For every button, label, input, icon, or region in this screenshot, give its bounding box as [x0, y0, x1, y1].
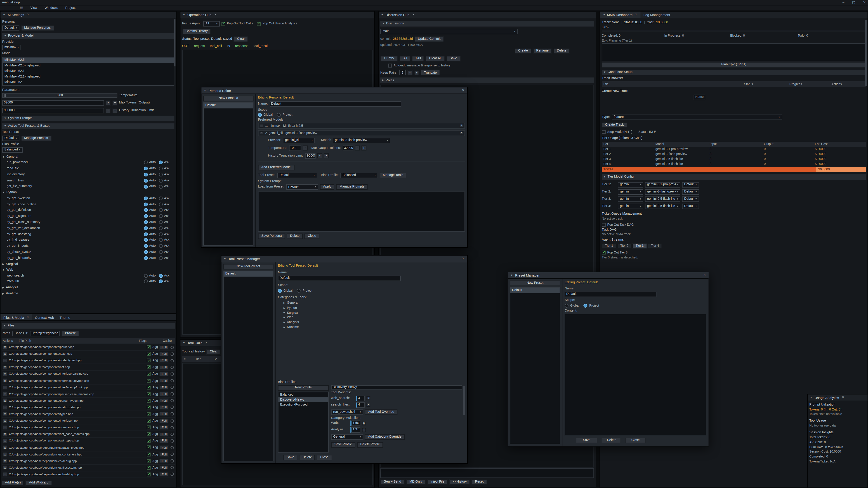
model-option[interactable]: MiniMax-M2.1-highspeed	[3, 74, 174, 79]
category-override-select[interactable]: General▾	[331, 434, 363, 440]
system-prompt-input[interactable]	[258, 192, 465, 232]
agg-checkbox[interactable]	[147, 439, 151, 443]
minimize-icon[interactable]: –	[842, 1, 844, 5]
full-button[interactable]: Full	[160, 379, 169, 383]
collapse-arrow-icon[interactable]: ▼	[3, 13, 5, 16]
remove-file-button[interactable]: x	[3, 352, 7, 356]
agg-checkbox[interactable]	[147, 399, 151, 402]
max-tokens-input[interactable]: 32000	[2, 100, 104, 105]
ask-radio[interactable]	[159, 280, 163, 284]
history-limit-input[interactable]: 900000	[2, 108, 104, 113]
cache-indicator[interactable]	[170, 365, 174, 369]
tier-provider-select[interactable]: gemini▾	[618, 203, 643, 209]
full-button[interactable]: Full	[160, 439, 169, 443]
auto-radio[interactable]	[144, 220, 148, 224]
agg-checkbox[interactable]	[147, 432, 151, 436]
remove-model-button[interactable]: x	[460, 124, 463, 128]
persona-name-input[interactable]: Default	[270, 101, 401, 106]
tab-log-management[interactable]: Log Management	[641, 11, 673, 18]
cache-indicator[interactable]	[170, 372, 174, 376]
pop-out-tool-calls-checkbox[interactable]	[221, 22, 225, 26]
delete-button[interactable]: Delete	[299, 455, 315, 460]
full-button[interactable]: Full	[160, 472, 169, 477]
persona-select[interactable]: Default▾	[2, 25, 19, 31]
discussion-manage-button[interactable]: Create	[515, 48, 531, 54]
increment-button[interactable]: +	[112, 100, 117, 105]
full-button[interactable]: Full	[160, 385, 169, 390]
remove-file-button[interactable]: x	[3, 459, 7, 463]
temperature-input[interactable]: -0.0	[289, 145, 301, 151]
collapse-arrow-icon[interactable]: ▼	[810, 396, 812, 399]
scope-global-radio[interactable]	[258, 113, 262, 117]
cache-indicator[interactable]	[170, 419, 174, 422]
agg-checkbox[interactable]	[147, 452, 151, 456]
app-menu-icon[interactable]: ▦	[20, 6, 23, 10]
auto-radio[interactable]	[144, 196, 148, 200]
epic-planning-input[interactable]	[602, 43, 866, 61]
full-button[interactable]: Full	[160, 358, 169, 363]
remove-file-button[interactable]: x	[3, 439, 7, 443]
agg-checkbox[interactable]	[147, 365, 151, 369]
ask-radio[interactable]	[159, 256, 163, 260]
update-commit-button[interactable]: Update Commit	[414, 37, 444, 42]
full-button[interactable]: Full	[160, 372, 169, 377]
collapse-arrow-icon[interactable]: ▼	[381, 13, 383, 16]
decrement-button[interactable]: -	[317, 153, 322, 158]
full-button[interactable]: Full	[160, 398, 169, 403]
close-dialog-button[interactable]: Close	[626, 437, 645, 443]
auto-radio[interactable]	[144, 273, 148, 278]
category-tree-item[interactable]: ▶ Web	[283, 315, 465, 320]
auto-radio[interactable]	[144, 280, 148, 284]
focus-agent-select[interactable]: All▾	[203, 21, 220, 26]
pe-provider-select[interactable]: gemini_cli▾	[283, 138, 315, 143]
remove-file-button[interactable]: x	[3, 419, 7, 423]
reorder-button[interactable]: -	[260, 124, 264, 128]
scope-global-radio[interactable]	[278, 289, 282, 292]
agg-checkbox[interactable]	[147, 419, 151, 423]
max-output-tokens-input[interactable]: 32000	[342, 145, 353, 151]
full-button[interactable]: Full	[160, 432, 169, 436]
cache-indicator[interactable]	[170, 352, 174, 356]
add-files-button[interactable]: Add File(s)	[2, 480, 24, 486]
remove-file-button[interactable]: x	[3, 412, 7, 416]
remove-file-button[interactable]: x	[3, 425, 7, 430]
preset-manager-titlebar[interactable]: ▼ Preset Manager ✕	[508, 272, 709, 279]
agg-checkbox[interactable]	[147, 426, 151, 429]
auto-radio[interactable]	[144, 226, 148, 230]
tier-model-select[interactable]: gemini-3.1-pro-preview▾	[645, 182, 680, 187]
decrement-button[interactable]: -	[303, 145, 308, 151]
delete-profile-button[interactable]: Delete Profile	[357, 442, 383, 448]
cache-indicator[interactable]	[170, 346, 174, 349]
pop-out-task-dag-checkbox[interactable]	[602, 223, 606, 227]
close-icon[interactable]: ✕	[703, 273, 706, 277]
increment-button[interactable]: +	[361, 145, 366, 151]
pop-out-tier3-checkbox[interactable]	[602, 251, 606, 254]
new-tool-preset-button[interactable]: New Tool Preset	[223, 264, 274, 269]
tool-group-runtime[interactable]: ▶Runtime	[2, 291, 175, 296]
category-tree-item[interactable]: ▶ Python	[283, 305, 465, 311]
remove-weight-button[interactable]: x	[366, 403, 370, 407]
tier-model-select[interactable]: gemini-2.5-flash-lite▾	[645, 196, 680, 201]
cache-indicator[interactable]	[170, 426, 174, 429]
step-mode-checkbox[interactable]	[602, 130, 606, 134]
cache-indicator[interactable]	[170, 466, 174, 469]
clear-history-button[interactable]: Clear	[207, 349, 221, 355]
stream-tab[interactable]: Tier 2	[617, 243, 632, 248]
weight-value-input[interactable]: 4	[356, 395, 365, 401]
tool-group-web[interactable]: ▼Web	[2, 267, 175, 272]
tier-prompt-select[interactable]: Default▾	[682, 189, 699, 194]
scope-project-radio[interactable]	[297, 289, 301, 292]
decrement-button[interactable]: -	[106, 108, 111, 113]
tool-group-surgical[interactable]: ▶Surgical	[2, 262, 175, 267]
close-icon[interactable]: ✕	[863, 1, 866, 5]
ask-radio[interactable]	[159, 173, 163, 176]
stream-tab[interactable]: Tier 1	[602, 243, 616, 248]
add-tool-override-button[interactable]: Add Tool Override	[365, 409, 398, 415]
scope-project-radio[interactable]	[277, 113, 281, 117]
tool-override-select[interactable]: run_powershell▾	[331, 409, 363, 415]
discussion-select[interactable]: main▾	[380, 29, 518, 34]
decrement-button[interactable]: -	[408, 70, 412, 75]
delete-persona-button[interactable]: Delete	[287, 233, 303, 239]
agg-checkbox[interactable]	[147, 352, 151, 356]
auto-radio[interactable]	[144, 256, 148, 260]
